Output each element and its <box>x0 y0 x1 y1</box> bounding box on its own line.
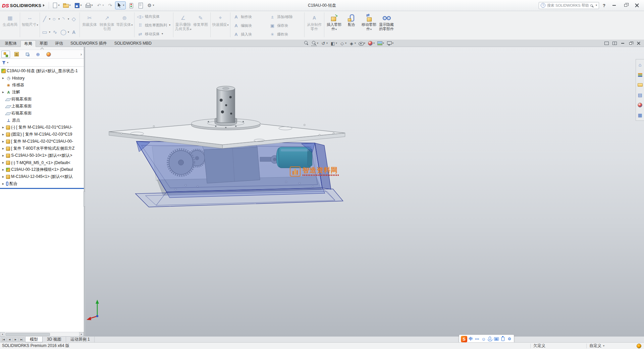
ime-mic-icon[interactable] <box>487 335 493 343</box>
tab-addins[interactable]: SOLIDWORKS 插件 <box>67 40 111 47</box>
panel-tabs-overflow-icon[interactable]: › <box>80 52 83 57</box>
help-button[interactable]: ? <box>600 2 608 9</box>
select-button[interactable]: ▾ <box>115 1 125 9</box>
featuremanager-tab[interactable] <box>1 51 10 58</box>
undo-dropdown-icon[interactable]: ▾ <box>102 4 104 7</box>
feature-tree-filter[interactable]: ▾ <box>0 59 84 67</box>
convert-entities-button[interactable]: ↗转换实体引用 <box>98 12 116 39</box>
view-palette-tab[interactable]: ▤ <box>637 91 644 99</box>
file-explorer-tab[interactable] <box>637 81 644 89</box>
file-properties-button[interactable] <box>136 1 145 9</box>
insert-component-button[interactable]: 插入零部件▾ <box>325 12 343 39</box>
sketch-text-button[interactable]: A <box>69 26 78 38</box>
insert-block-button[interactable]: A插入块 <box>231 30 267 39</box>
new-document-button[interactable]: ▾ <box>50 1 61 9</box>
tree-item-right-plane[interactable]: 右视基准面 <box>0 110 84 117</box>
pane-single-button[interactable] <box>603 41 610 46</box>
ime-more-icon[interactable] <box>474 335 480 343</box>
shaft[interactable] <box>215 86 237 126</box>
panel-horizontal-scrollbar[interactable]: ◂ ▸ <box>0 332 84 336</box>
scroll-right-icon[interactable]: ▸ <box>79 332 84 336</box>
apply-scene-button[interactable]: ▾ <box>376 40 385 47</box>
print-dropdown-icon[interactable]: ▾ <box>91 4 93 7</box>
search-input[interactable]: ? 搜索 SOLIDWORKS 帮助 ▾ <box>539 2 599 9</box>
move-entities-button[interactable]: ⇄移动实体▾ <box>136 30 171 38</box>
select-dropdown-icon[interactable]: ▾ <box>123 4 124 7</box>
expand-arrow-icon[interactable]: ▶ <box>1 176 5 178</box>
linear-sketch-pattern-button[interactable]: ⠿线性草图阵列▾ <box>136 21 172 30</box>
save-block-button[interactable]: ▣保存块 <box>268 21 303 30</box>
undo-button[interactable]: ↶▾ <box>95 1 105 9</box>
custom-properties-tab[interactable]: ▦ <box>637 111 644 119</box>
smart-dimension-button[interactable]: ↔智能尺寸▾ <box>21 12 39 39</box>
menu-expand-arrow-icon[interactable] <box>43 4 45 7</box>
expand-arrow-icon[interactable]: ▶ <box>1 168 5 171</box>
quick-snaps-button[interactable]: ⌖快速捕捉▾ <box>212 12 229 39</box>
tab-assembly[interactable]: 装配体 <box>1 40 20 47</box>
scrollbar-thumb[interactable] <box>5 333 50 336</box>
tree-item-sensors-folder[interactable]: 传感器 <box>0 82 84 89</box>
tab-layout[interactable]: 布局 <box>20 40 36 47</box>
tree-item-component[interactable]: ▶(固定) [ 复件 M-C19AL-02-03^C19 <box>0 131 84 138</box>
minimize-button[interactable] <box>609 1 619 9</box>
redo-button[interactable]: ↷ <box>106 1 114 9</box>
tree-item-component[interactable]: ▶C19AU-00-12顶伸模组<1> (Defaul <box>0 166 84 173</box>
sketch-arc-button[interactable]: ◝▾ <box>60 13 69 25</box>
expand-arrow-icon[interactable]: ▶ <box>1 126 5 129</box>
options-dropdown-icon[interactable]: ▾ <box>153 4 154 7</box>
scroll-left-icon[interactable]: ◂ <box>0 332 5 336</box>
save-dropdown-icon[interactable]: ▾ <box>80 4 82 7</box>
minimize-document-button[interactable] <box>619 41 626 46</box>
expand-arrow-icon[interactable]: ▶ <box>1 133 5 136</box>
displaymanager-tab[interactable] <box>44 51 53 58</box>
offset-entities-button[interactable]: ⊚等距实体▾ <box>116 12 133 39</box>
restore-document-button[interactable] <box>627 41 634 46</box>
rebuild-button[interactable] <box>126 1 135 9</box>
tab-sketch[interactable]: 草图 <box>36 40 51 47</box>
tab-scroll-next-icon[interactable]: ▶ <box>13 337 18 342</box>
tab-motion-study-1[interactable]: 运动算例 1 <box>66 337 95 342</box>
tab-evaluate[interactable]: 评估 <box>51 40 67 47</box>
open-dropdown-icon[interactable]: ▾ <box>69 4 70 7</box>
restore-button[interactable] <box>621 1 631 9</box>
sketch-circle-button[interactable]: ○▾ <box>50 13 60 25</box>
graphics-area[interactable]: 智造资料网 ⌂▤▦ <box>85 47 644 336</box>
units-dropdown-icon[interactable]: ▾ <box>603 345 604 347</box>
assembly-model[interactable] <box>85 47 644 336</box>
sketch-rectangle-button[interactable]: ▭▾ <box>41 26 50 38</box>
sogou-logo-button[interactable]: S <box>461 336 467 342</box>
ime-clipboard-icon[interactable] <box>500 335 506 343</box>
expand-arrow-icon[interactable]: ▶ <box>1 147 5 150</box>
tree-item-component[interactable]: ▶S-C19AU-50-10<1> (默认<<默认> <box>0 152 84 159</box>
units-selector[interactable]: 自定义 <box>589 343 603 349</box>
dimxpertmanager-tab[interactable] <box>34 51 42 58</box>
make-part-from-block-button[interactable]: A从块制作零件 <box>306 12 323 39</box>
search-dropdown-icon[interactable]: ▾ <box>596 4 597 7</box>
repair-sketch-button[interactable]: ✎修复草图 <box>192 12 209 39</box>
edit-block-button[interactable]: A编辑块 <box>231 21 267 30</box>
expand-arrow-icon[interactable]: ▶ <box>1 183 5 185</box>
hide-show-items-button[interactable]: ▾ <box>358 40 366 47</box>
show-hidden-components-button[interactable]: 显示隐藏的零部件 <box>378 12 395 39</box>
previous-view-button[interactable]: ↺▾ <box>320 40 328 47</box>
expand-arrow-icon[interactable]: ▶ <box>1 91 5 94</box>
create-layout-button[interactable]: ▦生成布局 <box>1 12 19 39</box>
tab-model[interactable]: 模型 <box>25 337 43 342</box>
zoom-to-area-button[interactable]: ▾ <box>311 40 319 47</box>
mate-button[interactable]: 配合 <box>343 12 360 39</box>
view-settings-button[interactable]: ▾ <box>386 40 394 47</box>
sketch-spline-button[interactable]: ∿ <box>50 26 60 38</box>
new-document-dropdown-icon[interactable]: ▾ <box>58 4 59 7</box>
design-library-tab[interactable] <box>637 70 644 79</box>
pane-split-button[interactable] <box>611 41 618 46</box>
ime-emoji-icon[interactable] <box>481 335 486 343</box>
view-orientation-button[interactable]: ◇▾ <box>339 40 347 47</box>
tab-3d-views[interactable]: 3D 视图 <box>43 337 66 342</box>
tree-item-component[interactable]: ▶M-C19AU-12-045<1> (默认<<默认 <box>0 173 84 180</box>
configurationmanager-tab[interactable] <box>23 51 32 58</box>
tab-scroll-first-icon[interactable]: |◀ <box>1 337 6 342</box>
rollback-bar[interactable] <box>0 188 84 189</box>
print-button[interactable]: ▾ <box>84 1 94 9</box>
trim-entities-button[interactable]: ✂剪裁实体 <box>81 12 98 39</box>
close-button[interactable] <box>632 1 642 9</box>
